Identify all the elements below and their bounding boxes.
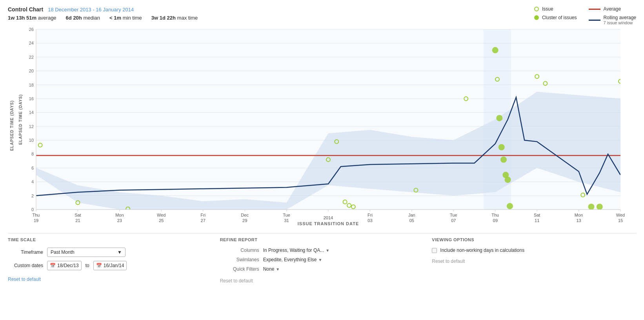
svg-text:13: 13 (576, 218, 581, 223)
svg-text:Sat: Sat (75, 213, 81, 217)
svg-text:0: 0 (31, 207, 34, 212)
stat-median-label: median (83, 15, 100, 21)
svg-text:Wed: Wed (157, 213, 166, 217)
legend-group-left: Issue Cluster of issues (534, 6, 577, 25)
timeframe-select[interactable]: Past Month ▼ (47, 248, 126, 257)
date-from-input[interactable]: 📅 18/Dec/13 (47, 261, 82, 270)
timescale-reset-link[interactable]: Reset to default (8, 277, 41, 282)
svg-text:18: 18 (29, 83, 33, 87)
filters-row: Quick Filters None ▼ (220, 266, 417, 272)
nonworking-days-label: Include non-working days in calculations (440, 248, 524, 253)
calendar-from-icon: 📅 (50, 263, 56, 268)
svg-point-99 (596, 204, 602, 210)
swimlanes-label: Swimlanes (220, 257, 259, 262)
svg-point-91 (500, 157, 507, 163)
svg-text:12: 12 (29, 124, 33, 129)
stat-max-val: 3w 1d 22h (151, 15, 176, 21)
svg-text:2: 2 (31, 193, 34, 198)
svg-text:Mon: Mon (115, 213, 124, 217)
svg-text:26: 26 (29, 27, 33, 32)
stat-median: 6d 20h median (66, 15, 100, 21)
svg-text:27: 27 (200, 218, 205, 223)
columns-arrow-icon: ▼ (326, 248, 329, 253)
svg-text:31: 31 (284, 218, 289, 223)
svg-text:20: 20 (29, 69, 33, 73)
columns-row: Columns In Progress, Waiting for QA... ▼ (220, 248, 417, 253)
svg-text:11: 11 (535, 218, 539, 223)
issue-dot-icon (534, 7, 539, 11)
date-from-value: 18/Dec/13 (57, 263, 79, 268)
stat-max: 3w 1d 22h max time (151, 15, 198, 21)
timescale-title: TIME SCALE (8, 237, 204, 242)
swimlanes-value-row[interactable]: Expedite, Everything Else ▼ (263, 257, 322, 262)
svg-text:Jan: Jan (408, 213, 415, 217)
stat-max-label: max time (177, 15, 198, 21)
nonworking-days-row: Include non-working days in calculations (432, 248, 628, 253)
stat-average-val: 1w 13h 51m (8, 15, 36, 21)
svg-text:24: 24 (29, 41, 33, 45)
date-to-input[interactable]: 📅 16/Jan/14 (93, 261, 127, 270)
svg-text:8: 8 (31, 152, 34, 156)
stat-min-label: min time (123, 15, 142, 21)
legend-rolling: Rolling average 7 issue window (589, 15, 636, 25)
date-range: 18 December 2013 - 16 January 2014 (48, 7, 134, 13)
svg-point-93 (504, 177, 511, 183)
date-to-value: 16/Jan/14 (104, 263, 124, 268)
average-line-icon (589, 9, 600, 10)
controls-area: TIME SCALE Timeframe Past Month ▼ Custom… (8, 233, 636, 284)
legend-issue-label: Issue (542, 6, 553, 12)
svg-text:Sat: Sat (534, 213, 540, 217)
filters-value-row[interactable]: None ▼ (263, 266, 280, 272)
date-sep: to (86, 263, 89, 268)
svg-point-87 (492, 47, 498, 53)
calendar-to-icon: 📅 (96, 263, 102, 268)
svg-text:23: 23 (117, 218, 122, 223)
legend-rolling-label: Rolling average (604, 15, 636, 20)
viewing-reset-link[interactable]: Reset to default (432, 259, 465, 264)
nonworking-days-checkbox[interactable] (432, 248, 437, 253)
swimlanes-value: Expedite, Everything Else (263, 257, 317, 262)
svg-point-89 (496, 115, 502, 121)
chart-container: ELAPSED TIME (DAYS) // Will be drawn via… (8, 25, 636, 225)
filters-value: None (263, 266, 275, 272)
x-labels: Thu19Sat21Mon23Wed25Fri27Dec29Tue312014F… (32, 210, 625, 223)
y-axis-label: ELAPSED TIME (DAYS) (10, 100, 14, 150)
svg-text:15: 15 (618, 218, 623, 223)
svg-text:Mon: Mon (575, 213, 583, 217)
cluster-dot-icon (534, 15, 539, 20)
svg-point-94 (507, 203, 513, 209)
viewing-title: VIEWING OPTIONS (432, 237, 628, 242)
svg-point-90 (498, 144, 504, 150)
svg-text:Thu: Thu (32, 213, 40, 217)
refine-reset-link[interactable]: Reset to default (220, 278, 253, 284)
custom-dates-row: Custom dates 📅 18/Dec/13 to 📅 16/Jan/14 (8, 261, 204, 270)
svg-text:19: 19 (34, 218, 38, 223)
svg-text:09: 09 (493, 218, 497, 223)
stat-median-val: 6d 20h (66, 15, 82, 21)
legend-average-label: Average (604, 6, 621, 12)
legend-average: Average (589, 6, 636, 12)
svg-text:4: 4 (31, 179, 34, 184)
timescale-section: TIME SCALE Timeframe Past Month ▼ Custom… (8, 237, 212, 284)
timeframe-value: Past Month (51, 249, 75, 255)
svg-text:10: 10 (29, 138, 33, 143)
svg-text:Tue: Tue (283, 213, 290, 217)
columns-value-row[interactable]: In Progress, Waiting for QA... ▼ (263, 248, 330, 253)
svg-text:22: 22 (29, 55, 33, 60)
legend-issue: Issue (534, 6, 577, 12)
svg-text:2014: 2014 (323, 215, 333, 220)
legend-area: Issue Cluster of issues Average Rolling … (534, 6, 636, 25)
timeframe-arrow-icon: ▼ (117, 249, 122, 255)
svg-text:Wed: Wed (616, 213, 624, 217)
svg-text:6: 6 (31, 166, 34, 170)
svg-point-101 (631, 201, 635, 204)
columns-value: In Progress, Waiting for QA... (263, 248, 324, 253)
chart-svg: // Will be drawn via JS below 0246810121… (16, 25, 628, 225)
chart-title: Control Chart (8, 6, 43, 13)
svg-text:14: 14 (29, 110, 33, 115)
svg-text:Fri: Fri (367, 213, 373, 217)
y-axis-title-svg: ELAPSED TIME (DAYS) (18, 94, 23, 145)
stat-min-val: < 1m (109, 15, 121, 21)
legend-cluster-label: Cluster of issues (542, 15, 577, 20)
stat-average-label: average (38, 15, 56, 21)
